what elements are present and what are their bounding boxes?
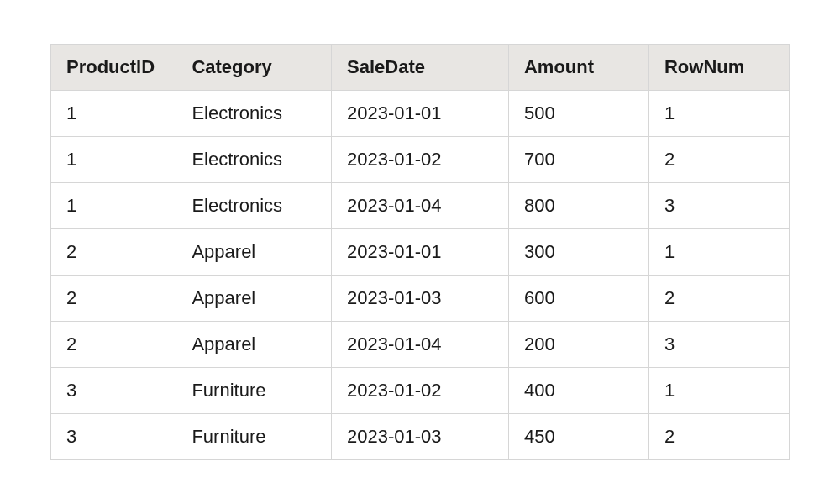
cell-category: Electronics (176, 137, 332, 183)
cell-sale-date: 2023-01-03 (332, 414, 509, 460)
cell-amount: 800 (508, 183, 648, 229)
cell-sale-date: 2023-01-02 (332, 137, 509, 183)
cell-row-num: 1 (648, 91, 789, 137)
header-product-id: ProductID (51, 45, 176, 91)
cell-amount: 600 (508, 276, 648, 322)
cell-row-num: 3 (648, 183, 789, 229)
table-body: 1 Electronics 2023-01-01 500 1 1 Electro… (51, 91, 790, 460)
table-row: 3 Furniture 2023-01-02 400 1 (51, 368, 790, 414)
cell-amount: 400 (508, 368, 648, 414)
cell-sale-date: 2023-01-01 (332, 229, 509, 276)
cell-category: Electronics (176, 91, 332, 137)
table-row: 1 Electronics 2023-01-01 500 1 (51, 91, 790, 137)
header-row-num: RowNum (648, 45, 789, 91)
cell-amount: 500 (508, 91, 648, 137)
cell-amount: 200 (508, 322, 648, 368)
data-table: ProductID Category SaleDate Amount RowNu… (50, 44, 790, 460)
cell-sale-date: 2023-01-04 (332, 183, 509, 229)
cell-row-num: 2 (648, 137, 789, 183)
cell-product-id: 2 (51, 229, 176, 276)
cell-amount: 450 (508, 414, 648, 460)
cell-sale-date: 2023-01-01 (332, 91, 509, 137)
cell-product-id: 2 (51, 276, 176, 322)
cell-amount: 700 (508, 137, 648, 183)
cell-sale-date: 2023-01-03 (332, 276, 509, 322)
cell-row-num: 3 (648, 322, 789, 368)
cell-product-id: 1 (51, 91, 176, 137)
cell-row-num: 1 (648, 229, 789, 276)
cell-category: Electronics (176, 183, 332, 229)
table-row: 1 Electronics 2023-01-04 800 3 (51, 183, 790, 229)
header-row: ProductID Category SaleDate Amount RowNu… (51, 45, 790, 91)
table-row: 1 Electronics 2023-01-02 700 2 (51, 137, 790, 183)
cell-sale-date: 2023-01-04 (332, 322, 509, 368)
cell-row-num: 2 (648, 414, 789, 460)
cell-product-id: 1 (51, 137, 176, 183)
cell-row-num: 2 (648, 276, 789, 322)
cell-category: Furniture (176, 368, 332, 414)
cell-row-num: 1 (648, 368, 789, 414)
table-container: ProductID Category SaleDate Amount RowNu… (50, 44, 790, 460)
table-row: 2 Apparel 2023-01-04 200 3 (51, 322, 790, 368)
cell-category: Apparel (176, 229, 332, 276)
cell-sale-date: 2023-01-02 (332, 368, 509, 414)
header-sale-date: SaleDate (332, 45, 509, 91)
header-category: Category (176, 45, 332, 91)
cell-amount: 300 (508, 229, 648, 276)
table-head: ProductID Category SaleDate Amount RowNu… (51, 45, 790, 91)
cell-product-id: 3 (51, 368, 176, 414)
cell-category: Apparel (176, 276, 332, 322)
cell-product-id: 2 (51, 322, 176, 368)
cell-category: Furniture (176, 414, 332, 460)
table-row: 2 Apparel 2023-01-01 300 1 (51, 229, 790, 276)
table-row: 2 Apparel 2023-01-03 600 2 (51, 276, 790, 322)
cell-product-id: 3 (51, 414, 176, 460)
cell-product-id: 1 (51, 183, 176, 229)
header-amount: Amount (508, 45, 648, 91)
table-row: 3 Furniture 2023-01-03 450 2 (51, 414, 790, 460)
cell-category: Apparel (176, 322, 332, 368)
